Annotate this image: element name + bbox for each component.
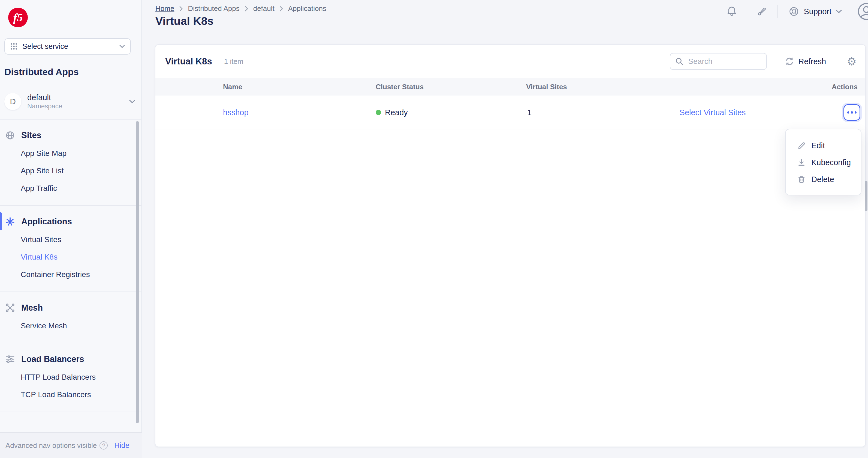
chevron-right-icon bbox=[279, 6, 283, 11]
sidebar-item-container-registries[interactable]: Container Registries bbox=[0, 266, 142, 283]
download-icon bbox=[797, 158, 806, 167]
sidebar-item-http-load-balancers[interactable]: HTTP Load Balancers bbox=[0, 369, 142, 386]
item-count: 1 item bbox=[224, 57, 670, 66]
nav-section-label: Mesh bbox=[21, 303, 43, 313]
column-header-name[interactable]: Name bbox=[223, 78, 242, 95]
gear-icon[interactable]: ⚙ bbox=[847, 56, 857, 67]
chevron-down-icon bbox=[129, 99, 135, 104]
table-header: Name Cluster Status Virtual Sites Action… bbox=[155, 78, 865, 95]
chevron-down-icon bbox=[836, 9, 842, 13]
trash-icon bbox=[797, 175, 806, 184]
namespace-selector[interactable]: D default Namespace bbox=[0, 85, 142, 118]
sidebar-item-app-site-map[interactable]: App Site Map bbox=[0, 145, 142, 162]
status-label: Ready bbox=[385, 108, 408, 117]
globe-icon bbox=[5, 131, 15, 140]
sidebar-item-mesh[interactable]: Mesh bbox=[0, 298, 142, 317]
sidebar-item-applications[interactable]: Applications bbox=[0, 212, 142, 231]
svg-text:f5: f5 bbox=[13, 11, 23, 24]
search-icon bbox=[675, 57, 683, 65]
header-actions: Support bbox=[726, 0, 868, 23]
column-header-virtual-sites[interactable]: Virtual Sites bbox=[526, 78, 567, 95]
active-section-indicator bbox=[0, 212, 2, 230]
sidebar-footer: Advanced nav options visible ? Hide bbox=[0, 432, 142, 458]
menu-item-edit[interactable]: Edit bbox=[786, 137, 861, 154]
sidebar-scrollbar[interactable] bbox=[136, 121, 139, 423]
k8s-wheel-icon bbox=[5, 217, 15, 226]
sidebar-item-load-balancers[interactable]: Load Balancers bbox=[0, 350, 142, 369]
nav-section-label: Load Balancers bbox=[21, 354, 84, 364]
sidebar-item-sites[interactable]: Sites bbox=[0, 126, 142, 145]
select-virtual-sites-link[interactable]: Select Virtual Sites bbox=[678, 95, 747, 130]
breadcrumb: Home Distributed Apps default Applicatio… bbox=[155, 4, 326, 13]
row-actions-button[interactable] bbox=[843, 104, 860, 121]
bell-icon[interactable] bbox=[726, 6, 737, 17]
menu-item-kubeconfig[interactable]: Kubeconfig bbox=[786, 154, 861, 171]
nav-section-mesh: Mesh Service Mesh bbox=[0, 292, 142, 343]
menu-item-delete[interactable]: Delete bbox=[786, 171, 861, 188]
row-virtual-sites-count: 1 bbox=[527, 95, 532, 130]
chevron-right-icon bbox=[179, 6, 183, 11]
select-service-dropdown[interactable]: Select service bbox=[4, 38, 131, 55]
namespace-avatar: D bbox=[4, 93, 21, 110]
sidebar-item-tcp-load-balancers[interactable]: TCP Load Balancers bbox=[0, 386, 142, 403]
row-cluster-status: Ready bbox=[376, 95, 408, 130]
refresh-icon bbox=[785, 57, 794, 66]
nav-section-sites: Sites App Site Map App Site List App Tra… bbox=[0, 119, 142, 206]
support-menu[interactable]: Support bbox=[789, 6, 842, 17]
f5-distributed-cloud-console: f5 Select service Distributed Apps D def… bbox=[0, 0, 868, 458]
search-input[interactable] bbox=[687, 57, 764, 66]
sidebar-item-app-site-list[interactable]: App Site List bbox=[0, 162, 142, 180]
sidebar-item-service-mesh[interactable]: Service Mesh bbox=[0, 317, 142, 335]
header-divider bbox=[777, 5, 778, 18]
main-area: Home Distributed Apps default Applicatio… bbox=[142, 0, 868, 458]
nav-section-label: Sites bbox=[21, 131, 41, 140]
sidebar-item-app-traffic[interactable]: App Traffic bbox=[0, 180, 142, 197]
breadcrumb-home[interactable]: Home bbox=[155, 4, 174, 13]
pencil-icon bbox=[797, 141, 806, 150]
panel-header: Virtual K8s 1 item bbox=[155, 45, 865, 78]
breadcrumb-distributed-apps[interactable]: Distributed Apps bbox=[188, 4, 239, 13]
sidebar-title: Distributed Apps bbox=[4, 66, 79, 77]
breadcrumb-default[interactable]: default bbox=[253, 4, 275, 13]
breadcrumb-applications[interactable]: Applications bbox=[288, 4, 326, 13]
column-header-cluster-status[interactable]: Cluster Status bbox=[376, 78, 424, 95]
grid-icon bbox=[10, 43, 18, 50]
nav-section-load-balancers: Load Balancers HTTP Load Balancers TCP L… bbox=[0, 343, 142, 412]
refresh-button[interactable]: Refresh bbox=[785, 57, 826, 66]
lifering-icon bbox=[789, 6, 799, 17]
namespace-name: default bbox=[27, 93, 129, 102]
advanced-nav-label: Advanced nav options visible bbox=[5, 441, 97, 450]
user-avatar-icon[interactable] bbox=[857, 2, 868, 21]
menu-item-label: Edit bbox=[811, 141, 825, 150]
hide-link[interactable]: Hide bbox=[114, 441, 129, 450]
support-label: Support bbox=[804, 7, 832, 16]
mesh-icon bbox=[5, 303, 15, 313]
sidebar-nav: Sites App Site Map App Site List App Tra… bbox=[0, 119, 142, 423]
f5-logo-icon[interactable]: f5 bbox=[8, 7, 28, 28]
table-row: hsshop Ready 1 Select Virtual Sites bbox=[155, 95, 865, 130]
sidebar-item-virtual-k8s[interactable]: Virtual K8s bbox=[0, 248, 142, 266]
nav-section-applications: Applications Virtual Sites Virtual K8s C… bbox=[0, 206, 142, 292]
page-header: Home Distributed Apps default Applicatio… bbox=[142, 0, 868, 32]
sliders-icon bbox=[5, 354, 15, 364]
help-icon[interactable]: ? bbox=[99, 441, 108, 450]
panel-title: Virtual K8s bbox=[165, 56, 212, 66]
refresh-label: Refresh bbox=[799, 57, 826, 66]
menu-item-label: Delete bbox=[811, 175, 834, 184]
page-title: Virtual K8s bbox=[155, 15, 213, 28]
column-header-actions: Actions bbox=[832, 78, 858, 95]
menu-item-label: Kubeconfig bbox=[811, 158, 851, 167]
page-scrollbar[interactable] bbox=[865, 181, 867, 211]
chevron-down-icon bbox=[119, 45, 125, 48]
sidebar-item-virtual-sites[interactable]: Virtual Sites bbox=[0, 231, 142, 248]
sidebar: f5 Select service Distributed Apps D def… bbox=[0, 0, 142, 458]
namespace-type-label: Namespace bbox=[27, 102, 129, 110]
chevron-right-icon bbox=[245, 6, 248, 11]
search-box bbox=[670, 53, 767, 70]
actions-dropdown-menu: Edit Kubeconfig Delete bbox=[785, 129, 862, 195]
row-name-link[interactable]: hsshop bbox=[223, 95, 249, 130]
virtual-k8s-panel: Virtual K8s 1 item bbox=[155, 44, 866, 447]
select-service-label: Select service bbox=[22, 42, 119, 51]
nav-section-label: Applications bbox=[21, 217, 72, 227]
edit-pen-icon[interactable] bbox=[756, 6, 767, 17]
